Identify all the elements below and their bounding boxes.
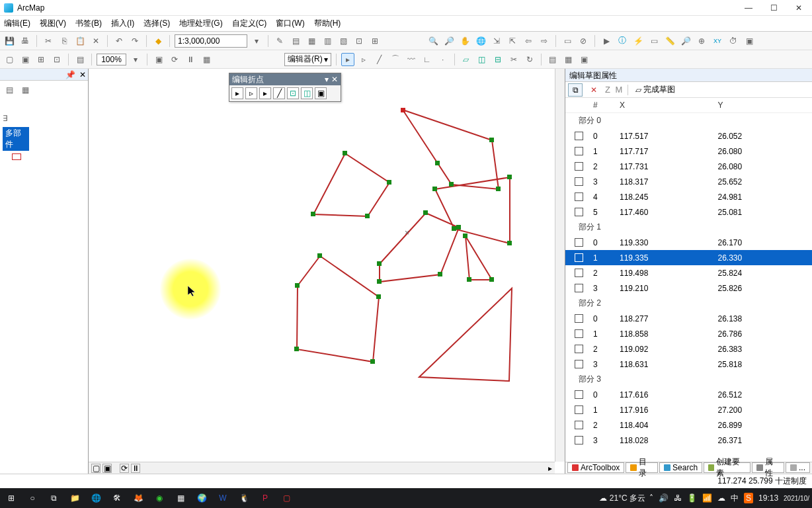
add-vertex-icon[interactable]: ▹	[245, 87, 257, 99]
zoom-dropdown-icon[interactable]: ▾	[129, 53, 142, 66]
checkbox-icon[interactable]	[575, 284, 583, 292]
toc-icon[interactable]: ▤	[289, 34, 302, 48]
close-button[interactable]: ✕	[790, 3, 808, 13]
edit-vertices-icon[interactable]: ▱	[460, 53, 473, 66]
checkbox-icon[interactable]	[575, 405, 583, 414]
arcmap-taskbar-icon[interactable]: 🌍	[193, 489, 210, 507]
menu-help[interactable]: 帮助(H)	[314, 18, 341, 29]
checkbox-icon[interactable]	[575, 421, 583, 429]
layout-icon5[interactable]: ▤	[73, 53, 87, 66]
app-icon-3[interactable]: ▦	[172, 489, 189, 507]
vertex-row[interactable]: 0117.61626.512	[565, 387, 812, 402]
chrome-icon[interactable]: 🌐	[87, 489, 104, 507]
find-route-icon[interactable]: ⊕	[695, 34, 708, 48]
stretch-geometry-icon[interactable]: ⊡	[287, 87, 299, 99]
tab-search[interactable]: Search	[659, 462, 702, 473]
clock-time[interactable]: 19:13	[758, 493, 778, 503]
pan-icon[interactable]: ✋	[458, 34, 471, 48]
right-angle-icon[interactable]: ∟	[421, 53, 434, 66]
sketch-symbol-icon[interactable]: ◫	[301, 87, 313, 99]
menu-window[interactable]: 窗口(W)	[276, 18, 304, 29]
modelbuilder-icon[interactable]: ⊡	[352, 34, 366, 48]
data-frame-icon[interactable]: ▣	[152, 53, 165, 66]
editor-toolbar-icon[interactable]: ✎	[273, 34, 286, 48]
go-to-xy-icon[interactable]: XY	[711, 34, 724, 48]
layout-icon3[interactable]: ⊞	[34, 53, 48, 66]
menu-bookmarks[interactable]: 书签(B)	[75, 18, 102, 29]
checkbox-icon[interactable]	[575, 192, 583, 201]
checkbox-icon[interactable]	[575, 132, 583, 140]
create-viewer-icon[interactable]: ▣	[743, 34, 756, 48]
checkbox-icon[interactable]	[575, 390, 583, 399]
vertex-grid[interactable]: # X Y 部分 0 0117.51726.052 1117.71726.080…	[565, 98, 812, 474]
tray-volume-icon[interactable]: 🔊	[659, 493, 669, 503]
find-icon[interactable]: 🔎	[679, 34, 692, 48]
vertex-row[interactable]: 5117.46025.081	[565, 204, 812, 220]
tray-wifi-icon[interactable]: 📶	[702, 493, 712, 503]
weather-widget[interactable]: ☁ 21°C 多云	[599, 493, 645, 504]
pause-drawing-icon[interactable]: ⏸	[184, 53, 197, 66]
checkbox-icon[interactable]	[575, 162, 583, 171]
clear-selection-icon[interactable]: ⊘	[577, 34, 590, 48]
start-icon[interactable]: ⊞	[3, 489, 20, 507]
scale-input[interactable]	[175, 34, 247, 48]
back-icon[interactable]: ⇦	[522, 34, 535, 48]
toc-selected-layer[interactable]: 多部件	[3, 127, 29, 151]
menu-geoprocessing[interactable]: 地理处理(G)	[179, 18, 222, 29]
undo-icon[interactable]: ↶	[112, 34, 126, 48]
vertex-row[interactable]: 2119.49825.824	[565, 265, 812, 280]
vertex-row[interactable]: 0119.33026.170	[565, 235, 812, 250]
vertex-row[interactable]: 2118.40426.899	[565, 417, 812, 433]
tab-more[interactable]: ...	[786, 462, 810, 473]
vertex-row[interactable]: 0118.27726.138	[565, 311, 812, 326]
word-icon[interactable]: W	[214, 489, 231, 507]
tray-ime-icon[interactable]: 中	[731, 493, 739, 504]
refresh-icon[interactable]: ⟳	[120, 464, 129, 473]
vertex-row[interactable]: 3118.63125.818	[565, 357, 812, 372]
tray-battery-icon[interactable]: 🔋	[687, 493, 697, 503]
scroll-right-icon[interactable]: ▸	[548, 464, 552, 473]
reshape-icon[interactable]: ◫	[475, 53, 489, 66]
edit-tool-icon[interactable]: ▸	[341, 53, 354, 66]
explorer-icon[interactable]: 📁	[66, 489, 83, 507]
tab-attributes[interactable]: 属性	[752, 462, 784, 473]
print-icon[interactable]: 🖶	[19, 34, 32, 48]
vertex-row[interactable]: 1117.91627.200	[565, 402, 812, 417]
data-view-icon[interactable]: ▢	[91, 464, 101, 473]
vertex-row[interactable]: 1117.71726.080	[565, 144, 812, 159]
toolbox-icon[interactable]: ⊞	[368, 34, 382, 48]
scale-dropdown-icon[interactable]: ▾	[250, 34, 263, 48]
app-icon-2[interactable]: ◉	[151, 489, 168, 507]
tray-chevron-icon[interactable]: ˄	[649, 493, 653, 503]
save-icon[interactable]: 💾	[3, 34, 16, 48]
checkbox-icon[interactable]	[575, 208, 583, 216]
checkbox-icon[interactable]	[575, 147, 583, 155]
copy-icon[interactable]: ⎘	[58, 34, 71, 48]
tray-network-icon[interactable]: 🖧	[674, 493, 682, 503]
finish-part-icon[interactable]: ▣	[315, 87, 327, 99]
rotate-icon[interactable]: ↻	[523, 53, 536, 66]
split-icon[interactable]: ✂	[507, 53, 520, 66]
maximize-button[interactable]: ☐	[764, 3, 783, 13]
map-canvas[interactable]: × 编辑折点 ▾ ✕ ▸ ▹ ▸ ╱ ⊡ ◫ ▣	[89, 69, 565, 474]
cut-polygons-icon[interactable]: ⊟	[491, 53, 505, 66]
cut-icon[interactable]: ✂	[42, 34, 55, 48]
continue-feature-icon[interactable]: ╱	[273, 87, 285, 99]
part-header[interactable]: 部分 1	[565, 220, 812, 235]
vertex-row[interactable]: 1118.85826.786	[565, 326, 812, 341]
refresh-view-icon[interactable]: ⟳	[168, 53, 181, 66]
menu-selection[interactable]: 选择(S)	[143, 18, 170, 29]
time-slider-icon[interactable]: ⏱	[727, 34, 740, 48]
vertex-row[interactable]: 2119.09226.383	[565, 341, 812, 357]
forward-icon[interactable]: ⇨	[538, 34, 551, 48]
part-header[interactable]: 部分 3	[565, 372, 812, 387]
tab-create-features[interactable]: 创建要素	[704, 462, 751, 473]
toc-group[interactable]: ∃	[3, 114, 85, 123]
attributes-icon[interactable]: ▤	[546, 53, 559, 66]
select-features-icon[interactable]: ▭	[561, 34, 574, 48]
firefox-icon[interactable]: 🦊	[130, 489, 147, 507]
add-data-icon[interactable]: ◆	[151, 34, 165, 48]
layout-view-icon[interactable]: ▣	[102, 464, 112, 473]
layout-icon[interactable]: ▢	[3, 53, 16, 66]
menu-customize[interactable]: 自定义(C)	[232, 18, 267, 29]
